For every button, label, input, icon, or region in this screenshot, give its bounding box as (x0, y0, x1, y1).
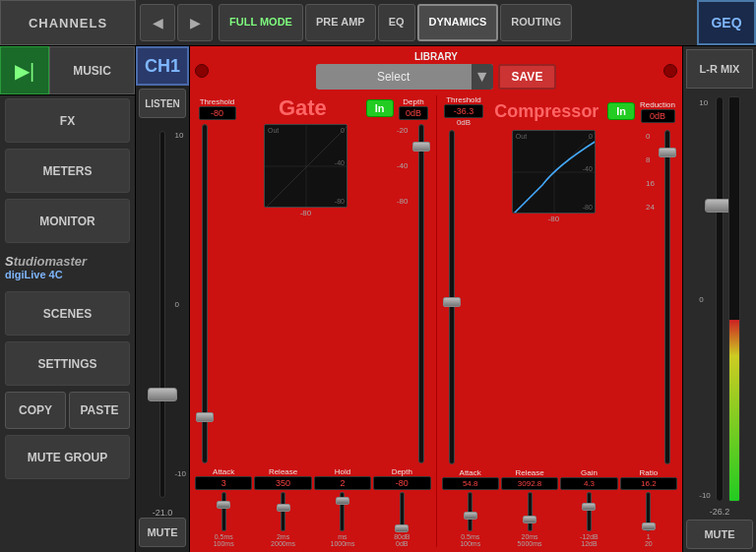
comp-release-handle[interactable] (523, 516, 536, 523)
comp-ratio-handle[interactable] (642, 522, 656, 530)
gate-graph-col: Out 0 -40 -80 -80 (218, 124, 394, 463)
gate-hold-handle[interactable] (336, 497, 349, 505)
fader-track-container (148, 121, 177, 508)
next-button[interactable]: ▶ (177, 4, 213, 41)
comp-in-button[interactable]: In (607, 102, 635, 120)
gate-graph: Out 0 -40 -80 (264, 124, 347, 208)
comp-reduction-fader-handle[interactable] (659, 148, 676, 157)
gate-hold-fader (340, 492, 345, 531)
eq-button[interactable]: EQ (378, 4, 415, 41)
comp-threshold-label: Threshold (446, 95, 481, 104)
gate-header: Threshold -80 Gate In Depth 0dB (195, 95, 431, 121)
comp-scale-40: -40 (583, 165, 593, 172)
gate-in-button[interactable]: In (366, 99, 394, 117)
gate-depth-bottom-col: Depth -80 80dB 0dB (373, 467, 430, 547)
comp-release-fader (528, 492, 533, 531)
copy-button[interactable]: COPY (5, 392, 66, 429)
mute-group-button[interactable]: MUTE GROUP (5, 435, 130, 479)
gate-depth: Depth 0dB (397, 97, 431, 120)
gate-middle: Out 0 -40 -80 -80 (195, 124, 431, 463)
lr-mix-button[interactable]: L-R MIX (686, 49, 753, 89)
gate-thresh-fader-track (202, 124, 208, 463)
play-button[interactable]: ▶| (0, 46, 49, 94)
listen-button[interactable]: LISTEN (139, 89, 187, 118)
comp-attack-handle[interactable] (464, 512, 477, 520)
right-meter-fill (729, 320, 739, 502)
comp-threshold: Threshold -36.3 0dB (442, 95, 486, 127)
compressor-section: Threshold -36.3 0dB Compressor In Reduct… (436, 95, 678, 547)
comp-out-label: Out (516, 133, 527, 140)
settings-button[interactable]: SETTINGS (5, 341, 130, 386)
gate-release-fader (281, 492, 285, 531)
gate-depth-fader-track (418, 124, 424, 463)
gate-depth-fader-handle[interactable] (412, 142, 430, 152)
routing-button[interactable]: ROUTING (500, 4, 572, 41)
right-scale-10neg: -10 (699, 491, 711, 500)
brand-name: Studiomaster (5, 254, 87, 269)
music-button[interactable]: MUSIC (49, 46, 135, 94)
right-mute-button[interactable]: MUTE (686, 520, 753, 549)
comp-attack-range-top: 0.5ms (461, 533, 479, 540)
save-button[interactable]: SAVE (498, 64, 557, 90)
gate-release-label: Release (269, 467, 297, 476)
meters-button[interactable]: METERS (5, 149, 130, 193)
comp-gain-range-top: -12dB (580, 533, 598, 540)
comp-scale-24: 24 (646, 203, 655, 212)
right-panel: L-R MIX 10 0 -10 -26.2 MUTE (682, 46, 756, 552)
comp-scale-80: -80 (583, 204, 593, 211)
gate-release-range-top: 2ms (277, 533, 289, 540)
fx-button[interactable]: FX (5, 98, 130, 143)
dropdown-arrow-icon[interactable]: ▼ (472, 64, 493, 90)
gate-release-value: 350 (254, 476, 311, 490)
right-fader-area: 10 0 -10 (683, 92, 756, 507)
gate-attack-max: 100ms (214, 540, 234, 547)
gate-scale-bot: -80 (397, 197, 409, 206)
full-mode-button[interactable]: FULL MODE (219, 4, 303, 41)
comp-side-scale: 0 8 16 24 (646, 130, 655, 214)
gate-attack-range: 0.5ms (215, 533, 233, 540)
gate-side-scale: -20 -40 -80 (397, 124, 409, 208)
fader-handle[interactable] (148, 388, 177, 401)
comp-bottom-params: Attack 54.8 0.5ms 100ms Release 3092.8 (442, 468, 678, 547)
gate-release-col: Release 350 2ms 2000ms (254, 467, 311, 547)
scenes-button[interactable]: SCENES (5, 291, 130, 336)
channels-button[interactable]: CHANNELS (0, 0, 136, 45)
gate-thresh-fader-handle[interactable] (196, 412, 214, 422)
sidebar-top: ▶| MUSIC (0, 46, 135, 95)
led-left (195, 64, 209, 78)
mode-buttons: FULL MODE PRE AMP EQ DYNAMICS ROUTING (217, 0, 697, 45)
comp-scale-8: 8 (646, 155, 655, 164)
gate-release-max: 2000ms (271, 540, 295, 547)
comp-reduction: Reduction 0dB (638, 100, 677, 123)
monitor-button[interactable]: MONITOR (5, 199, 130, 243)
comp-thresh-fader-handle[interactable] (443, 297, 461, 307)
gate-depth-label: Depth (403, 97, 423, 106)
gate-depth-bottom-label: Depth (392, 467, 412, 476)
gate-release-handle[interactable] (277, 504, 290, 512)
comp-scale-0: 0 (589, 133, 593, 140)
comp-gain-label: Gain (581, 468, 598, 477)
comp-reduction-fader-track (664, 130, 670, 464)
geq-button[interactable]: GEQ (697, 0, 756, 45)
channel-fader-area: 10 0 -10 -21.0 (136, 121, 189, 518)
gate-depth-bottom-handle[interactable] (395, 524, 409, 532)
gate-attack-handle[interactable] (217, 501, 230, 509)
channel-strip: CH1 LISTEN 10 0 -10 -21.0 MUTE (136, 46, 190, 552)
gate-depth-fader-col (411, 124, 431, 463)
comp-ratio-col: Ratio 16.2 1 20 (620, 468, 677, 547)
gate-depth-range: 0dB (396, 540, 408, 547)
gate-scale-top: -20 (397, 126, 409, 135)
channel-mute-button[interactable]: MUTE (139, 518, 187, 547)
comp-gain-handle[interactable] (582, 503, 596, 511)
right-scale-10: 10 (699, 98, 711, 107)
gate-scale-mid: -40 (397, 161, 409, 170)
led-right (663, 64, 677, 78)
prev-button[interactable]: ◀ (140, 4, 175, 41)
paste-button[interactable]: PASTE (69, 392, 130, 429)
comp-gain-fader (587, 492, 592, 531)
pre-amp-button[interactable]: PRE AMP (305, 4, 376, 41)
dynamics-button[interactable]: DYNAMICS (417, 4, 499, 41)
gate-threshold-label: Threshold (200, 97, 235, 106)
comp-scale-top: 0 (646, 132, 655, 141)
library-select-dropdown[interactable]: Select ▼ (316, 64, 493, 90)
